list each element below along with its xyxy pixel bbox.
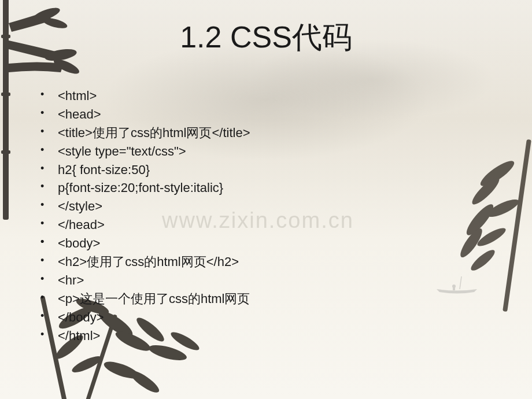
- slide-title: 1.2 CSS代码: [29, 17, 503, 58]
- code-line: <h2>使用了css的html网页</h2>: [40, 253, 503, 271]
- code-list: <html> <head> <title>使用了css的html网页</titl…: [29, 87, 503, 345]
- code-line: h2{ font-size:50}: [40, 161, 503, 179]
- code-line: p{font-size:20;font-style:italic}: [40, 179, 503, 197]
- code-line: <html>: [40, 87, 503, 105]
- code-line: </head>: [40, 216, 503, 234]
- code-line: <body>: [40, 234, 503, 253]
- svg-point-28: [127, 367, 161, 396]
- code-line: <hr>: [40, 271, 503, 290]
- slide-content: 1.2 CSS代码 <html> <head> <title>使用了css的ht…: [0, 0, 532, 356]
- code-line: <p>这是一个使用了css的html网页: [40, 290, 503, 308]
- code-line: <style type="text/css">: [40, 142, 503, 161]
- code-line: <head>: [40, 105, 503, 124]
- code-line: </body>: [40, 308, 503, 327]
- code-line: </style>: [40, 197, 503, 216]
- code-line: </html>: [40, 327, 503, 345]
- code-line: <title>使用了css的html网页</title>: [40, 124, 503, 142]
